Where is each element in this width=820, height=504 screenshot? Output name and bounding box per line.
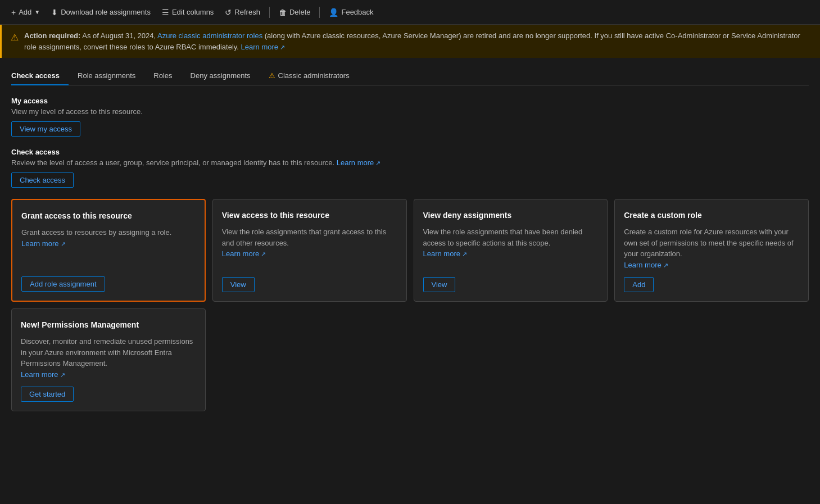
download-icon: ⬇ (51, 8, 58, 17)
warning-icon: ⚠ (11, 31, 19, 44)
edit-columns-label: Edit columns (172, 8, 214, 16)
delete-icon: 🗑 (279, 8, 287, 17)
alert-classic-roles-link[interactable]: Azure classic administrator roles (157, 31, 262, 40)
card-grant-access-body: Grant access to resources by assigning a… (21, 227, 196, 238)
permissions-card-body: Discover, monitor and remediate unused p… (21, 336, 196, 369)
feedback-label: Feedback (341, 8, 373, 16)
tab-deny-assignments[interactable]: Deny assignments (182, 67, 260, 85)
tab-check-access[interactable]: Check access (11, 67, 69, 85)
card-permissions-management: New! Permissions Management Discover, mo… (11, 308, 206, 411)
check-access-description: Review the level of access a user, group… (11, 158, 809, 167)
add-icon: + (11, 8, 16, 17)
my-access-section: My access View my level of access to thi… (11, 97, 809, 137)
separator-2 (319, 7, 320, 18)
add-role-assignment-button[interactable]: Add role assignment (21, 276, 105, 292)
tab-classic-administrators[interactable]: ⚠ Classic administrators (260, 67, 359, 85)
card-view-deny-title: View deny assignments (423, 211, 599, 220)
main-content: Check access Role assignments Roles Deny… (0, 58, 820, 420)
view-access-button[interactable]: View (222, 277, 255, 292)
card-view-access-body: View the role assignments that grant acc… (222, 226, 397, 248)
card-view-deny: View deny assignments View the role assi… (414, 199, 608, 302)
edit-columns-button[interactable]: ☰ Edit columns (157, 5, 218, 20)
check-access-title: Check access (11, 148, 809, 156)
my-access-description: View my level of access to this resource… (11, 107, 809, 116)
download-label: Download role assignments (61, 8, 151, 16)
view-deny-button[interactable]: View (423, 277, 456, 292)
card-create-custom-body: Create a custom role for Azure resources… (624, 226, 799, 260)
alert-action-required: Action required: (24, 31, 80, 40)
card-view-access-learn-more[interactable]: Learn more (222, 249, 266, 258)
permissions-card-learn-more[interactable]: Learn more (21, 370, 65, 379)
refresh-icon: ↺ (225, 8, 232, 17)
card-view-deny-learn-more[interactable]: Learn more (423, 249, 468, 258)
card-view-deny-body: View the role assignments that have been… (423, 226, 599, 248)
tabs: Check access Role assignments Roles Deny… (11, 67, 809, 85)
tab-roles[interactable]: Roles (144, 67, 181, 85)
feedback-icon: 👤 (329, 8, 338, 17)
card-grant-access-footer: Add role assignment (21, 276, 196, 292)
check-access-section: Check access Review the level of access … (11, 148, 809, 188)
check-access-learn-more-link[interactable]: Learn more (337, 158, 381, 167)
alert-learn-more-link[interactable]: Learn more (241, 43, 286, 51)
delete-button[interactable]: 🗑 Delete (274, 5, 315, 20)
permissions-card-title: New! Permissions Management (21, 320, 196, 329)
add-label: Add (19, 8, 31, 16)
card-grant-access-title: Grant access to this resource (21, 211, 196, 220)
permissions-card-footer: Get started (21, 387, 196, 402)
card-view-access-title: View access to this resource (222, 211, 397, 220)
alert-text-before: As of August 31, 2024, (82, 31, 157, 40)
cards-grid: Grant access to this resource Grant acce… (11, 199, 809, 302)
download-button[interactable]: ⬇ Download role assignments (47, 5, 155, 20)
card-view-access-footer: View (222, 277, 397, 292)
create-custom-add-button[interactable]: Add (624, 277, 654, 292)
feedback-button[interactable]: 👤 Feedback (324, 5, 378, 20)
card-create-custom-footer: Add (624, 277, 799, 292)
refresh-label: Refresh (234, 8, 260, 16)
delete-label: Delete (289, 8, 311, 16)
separator-1 (269, 7, 270, 18)
bottom-row: New! Permissions Management Discover, mo… (11, 308, 809, 411)
columns-icon: ☰ (162, 8, 169, 17)
add-chevron-icon: ▼ (34, 9, 40, 15)
alert-banner: ⚠ Action required: As of August 31, 2024… (0, 25, 820, 58)
card-view-deny-footer: View (423, 277, 599, 292)
toolbar: + Add ▼ ⬇ Download role assignments ☰ Ed… (0, 0, 820, 25)
add-button[interactable]: + Add ▼ (7, 5, 44, 20)
view-my-access-button[interactable]: View my access (11, 121, 80, 137)
get-started-button[interactable]: Get started (21, 387, 74, 402)
alert-text: Action required: As of August 31, 2024, … (24, 30, 811, 52)
card-create-custom-title: Create a custom role (624, 211, 799, 220)
classic-admin-warning-icon: ⚠ (269, 71, 275, 80)
card-create-custom-learn-more[interactable]: Learn more (624, 261, 668, 269)
refresh-button[interactable]: ↺ Refresh (220, 5, 265, 20)
tab-role-assignments[interactable]: Role assignments (69, 67, 144, 85)
my-access-title: My access (11, 97, 809, 105)
card-create-custom: Create a custom role Create a custom rol… (614, 199, 809, 302)
card-grant-access: Grant access to this resource Grant acce… (11, 199, 206, 302)
check-access-button[interactable]: Check access (11, 172, 74, 188)
card-grant-access-learn-more[interactable]: Learn more (21, 239, 66, 248)
card-view-access: View access to this resource View the ro… (212, 199, 407, 302)
